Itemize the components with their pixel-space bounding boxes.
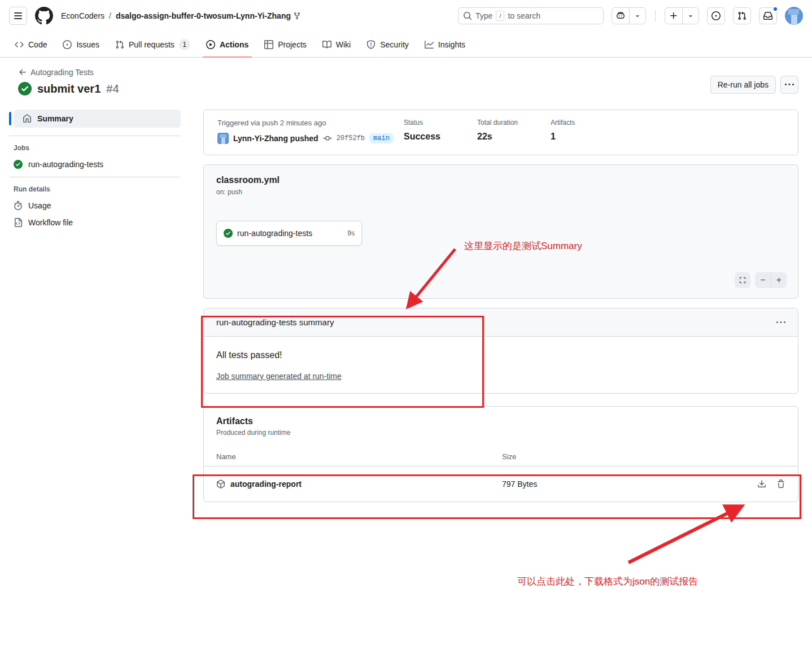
status-value: Success <box>404 132 477 142</box>
tab-code[interactable]: Code <box>9 32 53 57</box>
search-placeholder-prefix: Type <box>475 11 492 20</box>
actor-avatar[interactable] <box>217 133 229 144</box>
search-input[interactable]: Type / to search <box>458 7 604 24</box>
actor-name[interactable]: Lynn-Yi-Zhang pushed <box>233 134 318 143</box>
trash-icon <box>776 480 785 489</box>
artifacts-metric: Artifacts 1 <box>551 119 624 144</box>
run-sidebar: Summary Jobs run-autograding-tests Run d… <box>9 110 181 227</box>
run-title: submit ver1 <box>37 82 101 95</box>
branch-badge[interactable]: main <box>369 133 394 143</box>
workflow-file-name: classroom.yml <box>216 175 785 185</box>
tab-pull-requests[interactable]: Pull requests 1 <box>110 32 196 57</box>
commit-hash-link[interactable]: 20f52fb <box>337 134 365 142</box>
workflow-graph-card: classroom.yml on: push run-autograding-t… <box>203 164 798 299</box>
hamburger-menu-button[interactable] <box>9 7 27 25</box>
workflow-file-icon <box>14 218 23 227</box>
home-icon <box>23 114 32 123</box>
duration-value: 22s <box>477 132 551 142</box>
summary-kebab-icon[interactable] <box>776 318 785 327</box>
table-icon <box>264 40 273 49</box>
play-circle-icon <box>206 40 215 49</box>
run-details-section-label: Run details <box>14 185 181 193</box>
inbox-icon <box>763 11 772 20</box>
fit-to-screen-button[interactable] <box>735 272 750 288</box>
sidebar-divider <box>9 136 181 136</box>
copilot-caret[interactable] <box>629 8 645 24</box>
plus-icon <box>665 8 682 24</box>
job-duration: 9s <box>347 229 355 237</box>
summary-generated-link[interactable]: Job summary generated at run-time <box>216 372 342 381</box>
run-main: Triggered via push 2 minutes ago Lynn-Yi… <box>203 110 798 502</box>
create-new-caret[interactable] <box>682 8 699 24</box>
pull-requests-count-badge: 1 <box>179 39 190 50</box>
download-icon <box>757 480 766 489</box>
tab-wiki[interactable]: Wiki <box>317 32 356 57</box>
screen-full-icon <box>739 276 746 284</box>
git-pull-request-icon <box>737 11 746 20</box>
zoom-out-button[interactable]: − <box>755 272 771 288</box>
stopwatch-icon <box>14 201 23 210</box>
tab-actions[interactable]: Actions <box>200 32 254 57</box>
breadcrumb: EconCoders / dsalgo-assign-buffer-0-twos… <box>61 11 301 20</box>
sidebar-job-item[interactable]: run-autograding-tests <box>14 160 181 169</box>
user-avatar[interactable] <box>785 7 803 25</box>
duration-metric: Total duration 22s <box>477 119 551 144</box>
sidebar-item-workflow-file[interactable]: Workflow file <box>14 218 181 227</box>
breadcrumb-owner-link[interactable]: EconCoders <box>61 11 104 20</box>
back-to-workflow-link[interactable]: Autograding Tests <box>18 68 798 77</box>
rerun-all-jobs-button[interactable]: Re-run all jobs <box>710 76 776 94</box>
run-header: Autograding Tests submit ver1 #4 Re-run … <box>0 58 812 95</box>
job-summary-card: run-autograding-tests summary All tests … <box>203 308 798 394</box>
job-summary-title: run-autograding-tests summary <box>216 317 334 327</box>
jobs-section-label: Jobs <box>14 144 181 152</box>
git-commit-icon <box>323 134 332 143</box>
artifact-delete-button[interactable] <box>776 480 785 489</box>
artifact-download-button[interactable] <box>757 480 766 489</box>
artifact-name[interactable]: autograding-report <box>216 480 502 489</box>
status-metric: Status Success <box>404 119 477 144</box>
run-options-kebab-button[interactable] <box>780 76 798 94</box>
tab-security[interactable]: Security <box>361 32 414 57</box>
search-placeholder-suffix: to search <box>508 11 540 20</box>
graph-icon <box>425 40 434 49</box>
create-new-button[interactable] <box>665 7 699 24</box>
shield-icon <box>366 40 376 49</box>
sidebar-item-summary[interactable]: Summary <box>14 110 181 128</box>
notifications-inbox-button[interactable] <box>759 7 777 24</box>
workflow-job-node[interactable]: run-autograding-tests 9s <box>216 221 362 246</box>
issues-header-button[interactable] <box>707 7 725 24</box>
unread-notification-dot <box>772 6 778 12</box>
summary-message: All tests passed! <box>216 350 785 360</box>
success-check-icon <box>18 82 32 95</box>
workflow-trigger-event: on: push <box>216 188 785 196</box>
artifact-row: autograding-report 797 Bytes <box>204 467 798 502</box>
copilot-button[interactable] <box>612 7 646 24</box>
issue-opened-icon <box>711 11 721 20</box>
fork-icon <box>293 12 301 20</box>
tab-issues[interactable]: Issues <box>57 32 104 57</box>
tab-projects[interactable]: Projects <box>259 32 312 57</box>
pull-requests-header-button[interactable] <box>733 7 751 24</box>
sidebar-divider <box>9 177 181 177</box>
zoom-in-button[interactable]: + <box>771 272 787 288</box>
tab-insights[interactable]: Insights <box>419 32 471 57</box>
package-icon <box>216 480 225 489</box>
arrow-left-icon <box>18 68 27 77</box>
code-icon <box>15 40 24 49</box>
github-logo-icon[interactable] <box>35 7 53 25</box>
book-icon <box>322 40 331 49</box>
search-slash-key: / <box>496 11 504 21</box>
sidebar-item-usage[interactable]: Usage <box>14 201 181 210</box>
job-success-check-icon <box>14 160 23 169</box>
header-divider <box>655 10 656 21</box>
issue-opened-icon <box>63 40 72 49</box>
copilot-icon <box>612 8 629 24</box>
trigger-note: Triggered via push 2 minutes ago <box>217 119 404 127</box>
global-header: EconCoders / dsalgo-assign-buffer-0-twos… <box>0 0 812 32</box>
node-success-check-icon <box>224 229 233 238</box>
search-icon <box>463 11 472 20</box>
breadcrumb-repo-link[interactable]: dsalgo-assign-buffer-0-twosum-Lynn-Yi-Zh… <box>116 11 301 20</box>
artifacts-card: Artifacts Produced during runtime Name S… <box>203 406 798 502</box>
repo-tab-bar: Code Issues Pull requests 1 Actions Proj… <box>0 32 812 58</box>
artifacts-table-header: Name Size <box>204 447 798 467</box>
